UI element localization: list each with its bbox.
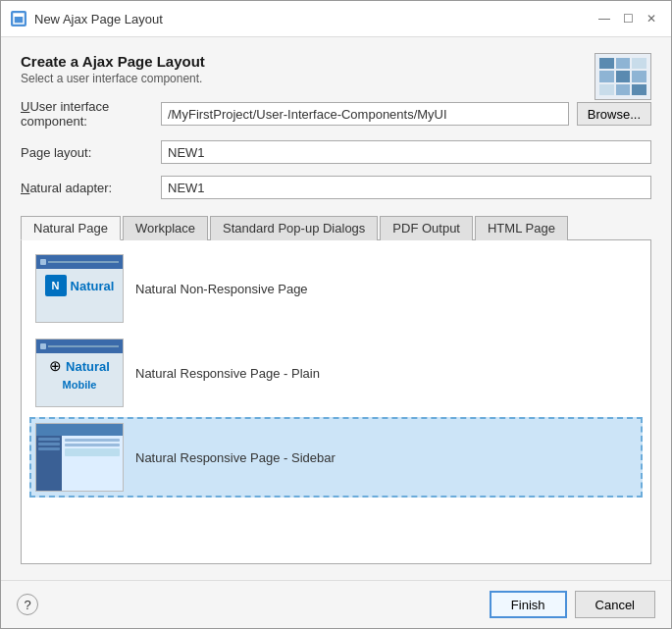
footer-buttons: Finish Cancel (490, 591, 655, 618)
ui-component-label: UUser interface component: (21, 99, 153, 129)
section-title: Create a Ajax Page Layout (21, 53, 573, 70)
tab-content: N Natural Natural Non-Responsive Page (21, 240, 651, 564)
list-item[interactable]: Natural Responsive Page - Sidebar (29, 417, 643, 498)
title-bar-controls: — ☐ ✕ (594, 9, 661, 28)
list-item[interactable]: ⊕ Natural Mobile Natural Responsive Page… (29, 333, 643, 413)
maximize-button[interactable]: ☐ (618, 9, 638, 28)
item-label-responsive-plain: Natural Responsive Page - Plain (135, 366, 320, 381)
tab-workplace[interactable]: Workplace (123, 216, 208, 240)
ui-component-input[interactable] (161, 102, 569, 126)
footer: ? Finish Cancel (1, 580, 671, 628)
tabs-container: Natural Page Workplace Standard Pop-up D… (21, 215, 651, 564)
main-content: Create a Ajax Page Layout Select a user … (1, 37, 671, 580)
natural-adapter-label: Natural adapter: (21, 181, 153, 195)
section-subtitle: Select a user interface component. (21, 72, 573, 85)
natural-adapter-row: Natural adapter: (21, 176, 651, 199)
title-bar: New Ajax Page Layout — ☐ ✕ (1, 1, 671, 37)
tab-html-page[interactable]: HTML Page (475, 216, 568, 240)
help-button[interactable]: ? (17, 594, 38, 615)
item-label-responsive-sidebar: Natural Responsive Page - Sidebar (135, 450, 336, 465)
title-bar-left: New Ajax Page Layout (11, 11, 163, 26)
item-label-nonresponsive: Natural Non-Responsive Page (135, 282, 308, 296)
item-preview-responsive-plain: ⊕ Natural Mobile (35, 339, 124, 407)
tab-standard-popup[interactable]: Standard Pop-up Dialogs (210, 216, 378, 240)
page-layout-row: Page layout: (21, 140, 651, 164)
svg-rect-1 (14, 14, 24, 17)
finish-button[interactable]: Finish (490, 591, 567, 618)
ui-component-row: UUser interface component: Browse... (21, 99, 651, 129)
header-section: Create a Ajax Page Layout Select a user … (21, 53, 651, 91)
dialog-icon (594, 53, 651, 100)
items-list: N Natural Natural Non-Responsive Page (22, 240, 650, 563)
list-item[interactable]: N Natural Natural Non-Responsive Page (29, 248, 643, 329)
item-preview-responsive-sidebar (35, 423, 124, 492)
tab-bar: Natural Page Workplace Standard Pop-up D… (21, 215, 651, 240)
tab-pdf-output[interactable]: PDF Output (380, 216, 473, 240)
browse-button[interactable]: Browse... (577, 102, 651, 126)
natural-adapter-input[interactable] (161, 176, 651, 199)
item-preview-nonresponsive: N Natural (35, 254, 124, 323)
cancel-button[interactable]: Cancel (575, 591, 655, 618)
page-layout-input[interactable] (161, 140, 651, 164)
dialog-title: New Ajax Page Layout (34, 12, 163, 26)
dialog-app-icon (11, 11, 26, 26)
tab-natural-page[interactable]: Natural Page (21, 216, 121, 240)
close-button[interactable]: ✕ (642, 9, 661, 28)
dialog-window: New Ajax Page Layout — ☐ ✕ Create a Ajax… (0, 0, 672, 629)
minimize-button[interactable]: — (594, 9, 614, 28)
page-layout-label: Page layout: (21, 145, 153, 160)
